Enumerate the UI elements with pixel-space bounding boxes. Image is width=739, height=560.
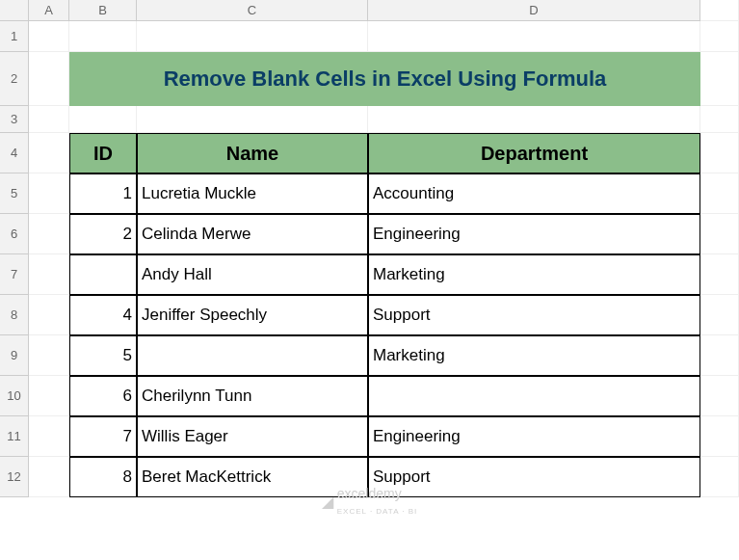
col-head-a[interactable]: A bbox=[29, 0, 69, 21]
cell-a5[interactable] bbox=[29, 173, 69, 214]
table-row[interactable]: Engineering bbox=[368, 214, 700, 254]
table-row[interactable]: Beret MacKettrick bbox=[137, 457, 368, 497]
spreadsheet-grid: A B C D 1 2 Remove Blank Cells in Excel … bbox=[0, 0, 739, 497]
table-row[interactable]: Lucretia Muckle bbox=[137, 173, 368, 214]
row-head-3[interactable]: 3 bbox=[0, 106, 29, 133]
row-head-11[interactable]: 11 bbox=[0, 416, 29, 457]
col-head-c[interactable]: C bbox=[137, 0, 368, 21]
table-row[interactable]: Celinda Merwe bbox=[137, 214, 368, 254]
table-row[interactable]: Cherilynn Tunn bbox=[137, 376, 368, 416]
row-head-8[interactable]: 8 bbox=[0, 295, 29, 335]
table-row[interactable]: 1 bbox=[69, 173, 137, 214]
table-row[interactable] bbox=[368, 376, 700, 416]
cell-a8[interactable] bbox=[29, 295, 69, 335]
table-row[interactable]: 8 bbox=[69, 457, 137, 497]
cell-e5[interactable] bbox=[700, 173, 739, 214]
cell-e1[interactable] bbox=[700, 21, 739, 52]
row-head-9[interactable]: 9 bbox=[0, 335, 29, 376]
table-row[interactable]: Marketing bbox=[368, 254, 700, 295]
table-row[interactable]: Willis Eager bbox=[137, 416, 368, 457]
page-title[interactable]: Remove Blank Cells in Excel Using Formul… bbox=[69, 52, 700, 106]
watermark-subtext: EXCEL · DATA · BI bbox=[337, 507, 418, 516]
cell-e2[interactable] bbox=[700, 52, 739, 106]
cell-e6[interactable] bbox=[700, 214, 739, 254]
table-row[interactable]: Support bbox=[368, 457, 700, 497]
cell-a7[interactable] bbox=[29, 254, 69, 295]
cell-c1[interactable] bbox=[137, 21, 368, 52]
table-row[interactable]: 4 bbox=[69, 295, 137, 335]
cell-d3[interactable] bbox=[368, 106, 700, 133]
row-head-7[interactable]: 7 bbox=[0, 254, 29, 295]
table-row[interactable]: Andy Hall bbox=[137, 254, 368, 295]
cell-e11[interactable] bbox=[700, 416, 739, 457]
cell-e9[interactable] bbox=[700, 335, 739, 376]
table-header-name[interactable]: Name bbox=[137, 133, 368, 173]
row-head-10[interactable]: 10 bbox=[0, 376, 29, 416]
table-header-id[interactable]: ID bbox=[69, 133, 137, 173]
table-row[interactable] bbox=[137, 335, 368, 376]
table-header-dept[interactable]: Department bbox=[368, 133, 700, 173]
table-row[interactable] bbox=[69, 254, 137, 295]
table-row[interactable]: Support bbox=[368, 295, 700, 335]
cell-b1[interactable] bbox=[69, 21, 137, 52]
cell-a10[interactable] bbox=[29, 376, 69, 416]
table-row[interactable]: Accounting bbox=[368, 173, 700, 214]
table-row[interactable]: 5 bbox=[69, 335, 137, 376]
row-head-5[interactable]: 5 bbox=[0, 173, 29, 214]
cell-e12[interactable] bbox=[700, 457, 739, 497]
cell-a12[interactable] bbox=[29, 457, 69, 497]
cell-c3[interactable] bbox=[137, 106, 368, 133]
row-head-6[interactable]: 6 bbox=[0, 214, 29, 254]
col-head-d[interactable]: D bbox=[368, 0, 700, 21]
row-head-2[interactable]: 2 bbox=[0, 52, 29, 106]
table-row[interactable]: Engineering bbox=[368, 416, 700, 457]
table-row[interactable]: Marketing bbox=[368, 335, 700, 376]
select-all-corner[interactable] bbox=[0, 0, 29, 21]
col-head-overflow bbox=[700, 0, 739, 21]
col-head-b[interactable]: B bbox=[69, 0, 137, 21]
cell-e4[interactable] bbox=[700, 133, 739, 173]
cell-d1[interactable] bbox=[368, 21, 700, 52]
cell-a9[interactable] bbox=[29, 335, 69, 376]
table-row[interactable]: 7 bbox=[69, 416, 137, 457]
cell-a3[interactable] bbox=[29, 106, 69, 133]
cell-a2[interactable] bbox=[29, 52, 69, 106]
table-row[interactable]: Jeniffer Speechly bbox=[137, 295, 368, 335]
cell-e3[interactable] bbox=[700, 106, 739, 133]
cell-a4[interactable] bbox=[29, 133, 69, 173]
table-row[interactable]: 6 bbox=[69, 376, 137, 416]
cell-e7[interactable] bbox=[700, 254, 739, 295]
cell-a11[interactable] bbox=[29, 416, 69, 457]
row-head-12[interactable]: 12 bbox=[0, 457, 29, 497]
table-row[interactable]: 2 bbox=[69, 214, 137, 254]
cell-e8[interactable] bbox=[700, 295, 739, 335]
row-head-4[interactable]: 4 bbox=[0, 133, 29, 173]
row-head-1[interactable]: 1 bbox=[0, 21, 29, 52]
cell-e10[interactable] bbox=[700, 376, 739, 416]
cell-a6[interactable] bbox=[29, 214, 69, 254]
cell-b3[interactable] bbox=[69, 106, 137, 133]
cell-a1[interactable] bbox=[29, 21, 69, 52]
